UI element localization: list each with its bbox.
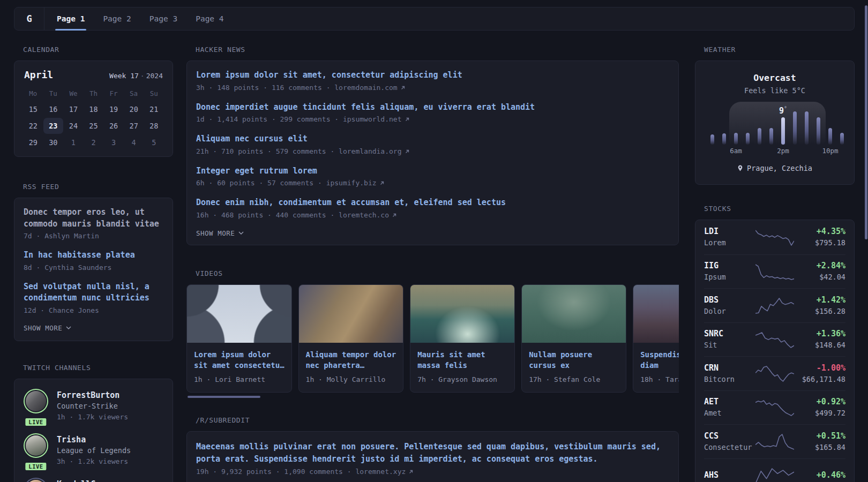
left-column: CALENDAR April Week 17·2024 MoTuWeThFrSa… [14,46,173,482]
twitch-channel-row[interactable]: KendallCarr [24,478,163,482]
video-title[interactable]: Lorem ipsum dolorsit amet consectetu… [194,349,285,371]
page-scrollbar-thumb[interactable] [865,5,867,239]
video-title[interactable]: Suspendissediam [640,349,679,371]
hackernews-widget: HACKER NEWS Lorem ipsum dolor sit amet, … [186,46,679,245]
stock-id: CRNBitcorn [704,363,753,385]
hackernews-item-title[interactable]: Lorem ipsum dolor sit amet, consectetur … [196,70,669,81]
stock-symbol: IIG [704,260,753,272]
video-card-body: Nullam posuerecursus ex17h · Stefan Cole [522,343,626,385]
stock-row[interactable]: LDILorem+4.35%$795.18 [704,220,845,254]
rss-item-title[interactable]: Sed volutpat nulla nisl, a condimentum n… [24,281,163,304]
tab-page-1[interactable]: Page 1 [48,7,94,30]
avatar: LIVE [24,389,48,423]
calendar-day-selected: 23 [43,118,64,134]
stock-row[interactable]: AETAmet+0.92%$499.72 [704,390,845,425]
app-logo[interactable]: G [14,7,44,30]
twitch-widget-label: TWITCH CHANNELS [14,364,173,372]
subreddit-post-title[interactable]: Maecenas mollis pulvinar erat non posuer… [196,441,669,465]
calendar-day: 29 [23,134,43,150]
sparkline-chart [755,263,794,280]
hackernews-item-meta-text[interactable]: 3h · 148 points · 116 comments · loremdo… [196,82,398,93]
stock-name: Consectetur [704,442,753,453]
list-item: Sed volutpat nulla nisl, a condimentum n… [24,281,163,316]
hackernews-card: Lorem ipsum dolor sit amet, consectetur … [186,61,679,245]
twitch-channel-info: KendallCarr [57,478,110,482]
tab-page-4[interactable]: Page 4 [186,7,233,30]
calendar-widget: CALENDAR April Week 17·2024 MoTuWeThFrSa… [14,46,173,157]
hackernews-item-title[interactable]: Donec imperdiet augue tincidunt felis al… [196,102,669,114]
twitch-channel-game: League of Legends [57,445,131,456]
hackernews-item-meta-text[interactable]: 6h · 60 points · 57 comments · ipsumify.… [196,178,377,189]
rss-item-title[interactable]: In hac habitasse platea [24,250,163,261]
weather-bar-current [781,117,785,145]
video-title-line: massa felis [417,360,507,371]
weather-condition: Overcast [708,72,841,85]
video-card-body: Aliquam tempor dolornec pharetra…1h · Mo… [299,343,403,385]
stock-name: Amet [704,408,753,418]
external-link-icon [408,469,414,475]
stock-symbol: LDI [704,226,753,237]
calendar-weekday: Tu [43,88,64,101]
twitch-channel-row[interactable]: LIVEForrestBurtonCounter-Strike1h · 1.7k… [24,389,163,423]
video-card[interactable]: Suspendissediam18h · Tara [633,284,679,393]
calendar-day: 28 [144,118,164,134]
top-nav: G Page 1Page 2Page 3Page 4 [14,7,855,31]
rss-card: Donec tempor eros leo, ut commodo mauris… [14,198,173,341]
hackernews-item-title[interactable]: Donec enim nibh, condimentum et accumsan… [196,197,669,209]
tab-page-2[interactable]: Page 2 [94,7,140,30]
tab-page-3[interactable]: Page 3 [140,7,186,30]
twitch-channel-row[interactable]: LIVETrishaLeague of Legends3h · 1.2k vie… [24,433,163,467]
calendar-separator: · [139,72,146,80]
weather-bar [840,133,844,145]
video-meta: 7h · Grayson Dawson [417,375,507,385]
video-card[interactable]: Lorem ipsum dolorsit amet consectetu…1h … [186,284,292,393]
calendar-week-label: Week 17 [109,72,139,80]
calendar-widget-label: CALENDAR [14,46,173,54]
hackernews-item-meta-text[interactable]: 21h · 710 points · 579 comments · loreml… [196,146,402,157]
twitch-card: LIVEForrestBurtonCounter-Strike1h · 1.7k… [14,379,173,482]
subreddit-widget: /R/SUBREDDIT Maecenas mollis pulvinar er… [186,416,679,482]
subreddit-post-meta-text[interactable]: 19h · 9,932 points · 1,090 comments · lo… [196,466,406,477]
stock-row[interactable]: IIGIpsum+2.84%$42.04 [704,254,845,289]
rss-show-more-button[interactable]: SHOW MORE [24,324,163,332]
weather-time-label: 6am [730,147,742,155]
hackernews-item-meta-text[interactable]: 16h · 468 points · 440 comments · loremt… [196,210,389,221]
calendar-day: 22 [23,118,43,134]
twitch-channel-name[interactable]: ForrestBurton [57,389,128,401]
video-card[interactable]: Mauris sit ametmassa felis7h · Grayson D… [410,284,515,393]
stock-row[interactable]: CRNBitcorn-1.00%$66,171.48 [704,356,845,390]
twitch-channel-name[interactable]: Trisha [57,433,131,445]
calendar-weekday: Fr [103,88,124,101]
stock-row[interactable]: SNRCSit+1.36%$148.64 [704,322,845,357]
hackernews-item-meta-text[interactable]: 1d · 1,414 points · 299 comments · ipsum… [196,114,402,125]
video-title[interactable]: Nullam posuerecursus ex [529,349,619,371]
weather-bar [769,128,773,145]
stock-row[interactable]: AHS+0.46% [704,458,845,482]
stock-row[interactable]: CCSConsectetur+0.51%$165.84 [704,424,845,458]
middle-column: HACKER NEWS Lorem ipsum dolor sit amet, … [186,46,679,482]
twitch-channel-name[interactable]: KendallCarr [57,478,110,482]
calendar-day: 17 [63,101,84,117]
video-card[interactable]: Nullam posuerecursus ex17h · Stefan Cole [521,284,626,393]
video-card[interactable]: Aliquam tempor dolornec pharetra…1h · Mo… [298,284,404,393]
stock-change: +0.92% [796,396,845,408]
hackernews-show-more-button[interactable]: SHOW MORE [196,229,669,237]
video-title-line: sit amet consectetu… [194,360,285,371]
stock-price: $499.72 [796,408,845,418]
video-title-line: Lorem ipsum dolor [194,349,285,360]
stock-name: Ipsum [704,272,753,282]
stock-values: +1.36%$148.64 [796,328,845,350]
hackernews-item-title[interactable]: Aliquam nec cursus elit [196,133,669,145]
video-title-line: Mauris sit amet [417,349,507,360]
rss-item-title[interactable]: Donec tempor eros leo, ut commodo mauris… [24,207,163,230]
calendar-weekday: We [63,88,84,101]
videos-scrollbar-thumb[interactable] [188,396,260,398]
video-title[interactable]: Aliquam tempor dolornec pharetra… [306,349,396,371]
hackernews-item-title[interactable]: Integer eget rutrum lorem [196,165,669,177]
list-item: Maecenas mollis pulvinar erat non posuer… [196,441,669,477]
stock-row[interactable]: DBSDolor+1.42%$156.28 [704,288,845,322]
video-title[interactable]: Mauris sit ametmassa felis [417,349,507,371]
stock-symbol: AET [704,396,753,408]
weather-current-temp-value: 9 [779,106,784,116]
stock-name: Bitcorn [704,374,753,385]
